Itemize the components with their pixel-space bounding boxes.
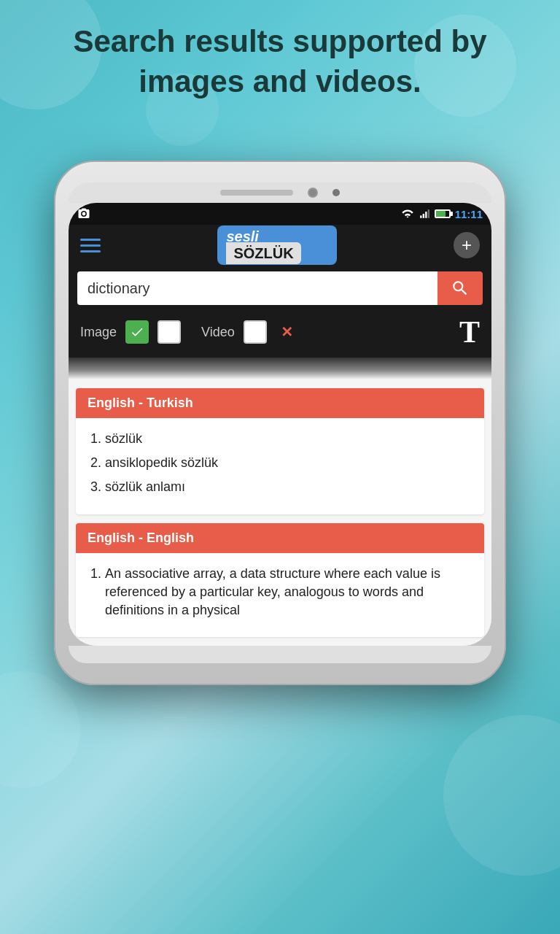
sensor-icon — [332, 189, 340, 196]
image-checkbox[interactable] — [125, 320, 149, 344]
video-checkbox[interactable] — [244, 320, 267, 344]
hamburger-line-1 — [80, 239, 101, 241]
camera-icon — [77, 207, 90, 220]
check-icon — [130, 325, 144, 339]
content-area: English - Turkish sözlük ansiklopedik sö… — [69, 358, 491, 646]
phone-bottom-hardware — [69, 646, 491, 663]
add-icon: + — [462, 235, 472, 255]
page-title: Search results supported by images and v… — [0, 0, 560, 116]
status-left — [77, 207, 90, 220]
battery-icon — [435, 209, 451, 218]
signal-icon — [419, 209, 430, 219]
english-definitions-list: An associative array, a data structure w… — [76, 553, 484, 638]
list-item: sözlük anlamı — [105, 478, 472, 496]
phone-top-hardware — [69, 182, 491, 203]
search-button[interactable] — [438, 271, 483, 305]
front-camera-icon — [308, 188, 318, 198]
wifi-icon — [401, 209, 414, 219]
filter-bar: Image Video ✕ T — [69, 311, 491, 358]
english-english-section: English - English An associative array, … — [76, 523, 484, 638]
hamburger-line-3 — [80, 250, 101, 252]
search-input[interactable] — [77, 271, 438, 305]
svg-rect-3 — [427, 209, 429, 218]
content-shadow — [69, 358, 491, 379]
status-bar: 11:11 — [69, 203, 491, 225]
svg-rect-2 — [425, 212, 427, 218]
english-english-header: English - English — [76, 523, 484, 553]
hamburger-line-2 — [80, 244, 101, 247]
speaker-grille — [220, 190, 293, 196]
turkish-definitions-list: sözlük ansiklopedik sözlük sözlük anlamı — [76, 418, 484, 514]
font-size-icon[interactable]: T — [459, 317, 480, 347]
phone-mockup: 11:11 sesli SÖZLÜK — [54, 161, 506, 685]
logo-sozluk-text: SÖZLÜK — [226, 242, 300, 264]
app-logo: sesli SÖZLÜK — [217, 225, 336, 265]
english-turkish-section: English - Turkish sözlük ansiklopedik sö… — [76, 388, 484, 514]
search-icon — [451, 279, 470, 298]
list-item: sözlük — [105, 430, 472, 448]
time-display: 11:11 — [455, 208, 483, 220]
status-right: 11:11 — [401, 208, 483, 220]
search-bar — [69, 266, 491, 311]
add-button[interactable]: + — [454, 232, 480, 258]
hamburger-menu-button[interactable] — [80, 239, 101, 252]
svg-rect-0 — [420, 215, 421, 218]
video-filter-label: Video — [201, 325, 235, 340]
image-toggle-off[interactable] — [158, 320, 181, 344]
english-turkish-header: English - Turkish — [76, 388, 484, 418]
list-item: ansiklopedik sözlük — [105, 454, 472, 472]
image-filter-label: Image — [80, 325, 117, 340]
app-toolbar: sesli SÖZLÜK + — [69, 225, 491, 266]
svg-rect-1 — [422, 214, 424, 218]
list-item: An associative array, a data structure w… — [105, 565, 472, 620]
video-x-mark: ✕ — [276, 320, 299, 344]
